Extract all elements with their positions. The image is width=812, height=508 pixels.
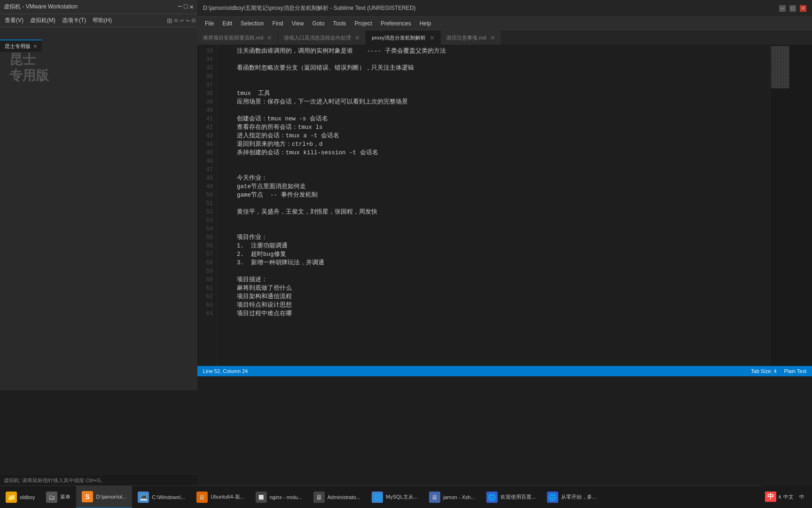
line-num-57: 57 (197, 250, 217, 259)
line-num-36: 36 (197, 72, 217, 81)
tab-0-label: 推荐项目安装部署流程.md (203, 34, 263, 41)
vmware-window: 虚拟机 - VMware Workstation ─ □ ✕ 查看(V) 虚拟机… (0, 0, 197, 390)
menu-edit[interactable]: Edit (219, 19, 236, 28)
minimap[interactable]: ████████████████████████████████ ███████… (770, 45, 812, 366)
menu-file[interactable]: File (201, 19, 218, 28)
taskbar-icon-xshell: 🖥 (429, 492, 440, 503)
sublime-menubar: File Edit Selection Find View Goto Tools… (197, 17, 812, 30)
tab-0[interactable]: 推荐项目安装部署流程.md ✕ (197, 31, 278, 45)
sublime-maximize-btn[interactable]: □ (789, 5, 796, 12)
line-num-64: 64 (197, 310, 217, 318)
tray-time: 中 (796, 493, 808, 500)
code-line-36 (223, 72, 764, 81)
line-num-45: 45 (197, 149, 217, 157)
line-num-60: 60 (197, 276, 217, 284)
code-line-59 (223, 267, 764, 276)
vmware-toolbar-icon5[interactable]: ⊡ (192, 16, 195, 24)
vmware-menu-vm[interactable]: 虚拟机(M) (27, 16, 58, 25)
vmware-menu-tabs[interactable]: 选项卡(T) (59, 16, 89, 25)
tab-3-close[interactable]: ✕ (490, 34, 495, 41)
line-num-42: 42 (197, 123, 217, 132)
sublime-close-btn[interactable]: ✕ (800, 5, 806, 12)
taskbar-item-admin[interactable]: 🖥 Administrato... (308, 486, 366, 508)
taskbar-item-browser2[interactable]: 🌐 从零开始，多... (541, 486, 602, 508)
vmware-toolbar-icon4[interactable]: ↪ (186, 16, 189, 24)
line-num-59: 59 (197, 267, 217, 276)
menu-help[interactable]: Help (416, 19, 435, 28)
taskbar-item-nginx[interactable]: 🔲 nginx - molu... (250, 486, 308, 508)
line-num-46: 46 (197, 157, 217, 166)
taskbar-label-mysql: MySQL主从... (386, 493, 418, 500)
code-line-57: 2. 超时bug修复 (223, 250, 764, 259)
vmware-menu-help[interactable]: 帮助(H) (90, 16, 115, 25)
menu-find[interactable]: Find (268, 19, 287, 28)
vmware-menubar: 查看(V) 虚拟机(M) 选项卡(T) 帮助(H) ⊞ ⊙ ↩ ↪ ⊡ (0, 14, 197, 27)
code-line-46 (223, 157, 764, 166)
code-line-43: 进入指定的会话：tmux a -t 会话名 (223, 132, 764, 140)
line-numbers: 3334353637383940414243444546474849505152… (197, 45, 217, 366)
menu-preferences[interactable]: Preferences (377, 19, 415, 28)
taskbar-label-browser2: 从零开始，多... (561, 493, 596, 500)
ime-indicator[interactable]: 中 (765, 492, 776, 502)
vmware-minimize-btn[interactable]: ─ (178, 3, 182, 11)
code-line-54 (223, 225, 764, 233)
tab-1-close[interactable]: ✕ (355, 34, 360, 41)
menu-project[interactable]: Project (351, 19, 376, 28)
vmware-maximize-btn[interactable]: □ (184, 3, 187, 11)
line-num-44: 44 (197, 140, 217, 149)
taskbar-item-ubuntu[interactable]: 🖥 Ubuntu64-装... (191, 486, 250, 508)
menu-view[interactable]: View (288, 19, 308, 28)
tab-3[interactable]: 游历注意事项.md ✕ (441, 31, 501, 45)
taskbar-item-menu[interactable]: 🗂 菜单 (40, 486, 76, 508)
taskbar-item-oldboy[interactable]: 📁 oldboy (0, 486, 40, 508)
taskbar: 📁 oldboy 🗂 菜单 S D:\jamon\ol... 💻 C:\Wind… (0, 485, 812, 508)
line-num-47: 47 (197, 166, 217, 174)
taskbar-icon-mysql: 🌐 (372, 492, 383, 503)
menu-goto[interactable]: Goto (309, 19, 328, 28)
vmware-toolbar-icon2[interactable]: ⊙ (174, 16, 178, 24)
code-line-53 (223, 216, 764, 225)
vmware-toolbar-icon3[interactable]: ↩ (180, 16, 184, 24)
tab-0-close[interactable]: ✕ (267, 34, 272, 41)
taskbar-item-mysql[interactable]: 🌐 MySQL主从... (366, 486, 423, 508)
vmware-tab-close[interactable]: ✕ (33, 42, 37, 50)
tab-2-close[interactable]: ✕ (429, 34, 435, 41)
taskbar-icon-menu: 🗂 (46, 492, 57, 503)
line-num-37: 37 (197, 81, 217, 89)
line-num-43: 43 (197, 132, 217, 140)
menu-selection[interactable]: Selection (237, 19, 267, 28)
code-line-38: tmux 工具 (223, 89, 764, 98)
vmware-status-text: 虚拟机: 请将鼠标指针移入其中或按 Ctrl+G。 (4, 477, 106, 484)
tab-2[interactable]: proxy消息分发机制解析 ✕ (366, 31, 441, 45)
line-num-54: 54 (197, 225, 217, 233)
code-content[interactable]: 注关函数由谁调用的，调用的实例对象是谁 ---- 子类会覆盖父类的方法 看函数时… (217, 45, 770, 366)
taskbar-label-admin: Administrato... (328, 494, 360, 500)
tray-icon-1[interactable]: ∧ (778, 493, 781, 500)
taskbar-item-sublime[interactable]: S D:\jamon\ol... (76, 486, 132, 508)
menu-tools[interactable]: Tools (329, 19, 350, 28)
vmware-close-btn[interactable]: ✕ (190, 3, 194, 11)
system-tray: 中 ∧ 中文 中 (761, 485, 812, 508)
taskbar-icon-admin: 🖥 (313, 492, 325, 503)
taskbar-icon-baidu: 🌐 (486, 492, 498, 503)
code-line-60: 项目描述： (223, 276, 764, 284)
vmware-tab-label: 昆士专用版 (5, 43, 31, 50)
code-line-40 (223, 106, 764, 115)
vmware-menu-view[interactable]: 查看(V) (2, 16, 26, 25)
code-line-51 (223, 199, 764, 208)
editor-area[interactable]: 3334353637383940414243444546474849505152… (197, 45, 812, 366)
taskbar-label-cmd: C:\Windows\... (152, 494, 185, 500)
code-line-58: 3. 新增一种胡牌玩法，并调通 (223, 259, 764, 267)
taskbar-item-xshell[interactable]: 🖥 jamon - Xsh... (423, 486, 481, 508)
code-line-48: 今天作业： (223, 174, 764, 183)
vmware-toolbar-icon1[interactable]: ⊞ (167, 16, 172, 26)
status-right: Tab Size: 4 Plain Text (751, 368, 806, 374)
sublime-minimize-btn[interactable]: ─ (779, 5, 786, 12)
vmware-tab-active[interactable]: 昆士专用版 ✕ (0, 40, 42, 52)
tab-1[interactable]: 游戏入口及消息流程走向处理 ✕ (278, 31, 366, 45)
taskbar-item-baidu[interactable]: 🌐 欢迎使用百度... (481, 486, 541, 508)
taskbar-icon-ubuntu: 🖥 (196, 492, 208, 503)
line-num-38: 38 (197, 89, 217, 98)
line-num-33: 33 (197, 47, 217, 56)
taskbar-item-cmd[interactable]: 💻 C:\Windows\... (132, 486, 191, 508)
